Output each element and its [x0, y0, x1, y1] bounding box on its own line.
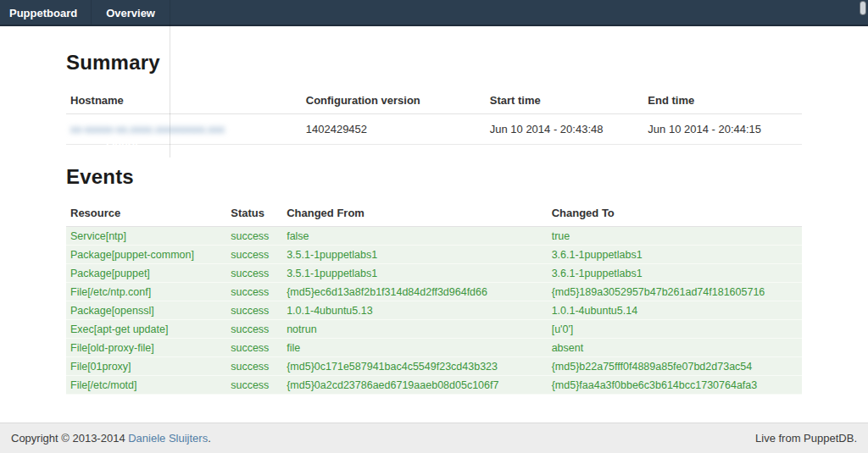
nav-item-overview[interactable]: Overview — [92, 0, 170, 26]
event-cell-changed-to: [u'0'] — [548, 320, 802, 339]
events-header-row: Resource Status Changed From Changed To — [66, 199, 802, 227]
event-cell-resource: File[old-proxy-file] — [66, 339, 226, 357]
event-cell-changed-from: {md5}ec6d13a8f2b1f314d84d2ff3d964fd66 — [282, 283, 547, 301]
event-cell-status: success — [226, 246, 282, 264]
copyright-suffix: . — [208, 432, 211, 445]
summary-row: xx-xxxxx-xx.xxxx.xxxxxxxxx.xxx 140242945… — [66, 114, 802, 145]
summary-table: Hostname Configuration version Start tim… — [66, 86, 802, 145]
navbar-items: OverviewNodesFactsReportsMetricsQuery — [92, 0, 170, 25]
event-cell-changed-to: {md5}faa4a3f0bbe6c3b614bcc1730764afa3 — [548, 376, 802, 395]
event-cell-resource: Package[puppet] — [66, 264, 226, 283]
event-cell-status: success — [226, 264, 282, 283]
event-cell-changed-from: {md5}0c171e587941bac4c5549f23cd43b323 — [282, 357, 547, 376]
main-content: Summary Hostname Configuration version S… — [66, 26, 802, 395]
event-cell-status: success — [226, 339, 282, 357]
event-cell-resource: File[/etc/motd] — [66, 376, 226, 395]
puppetdb-status-text: Live from PuppetDB. — [755, 432, 857, 445]
summary-col-config-version: Configuration version — [302, 86, 486, 114]
event-row: Package[puppet-common]success3.5.1-1pupp… — [66, 246, 802, 264]
event-cell-resource: Service[ntp] — [66, 227, 226, 246]
event-cell-changed-from: notrun — [282, 320, 547, 339]
event-cell-resource: File[/etc/ntp.conf] — [66, 283, 226, 301]
event-cell-resource: Package[puppet-common] — [66, 246, 226, 264]
event-cell-changed-from: 3.5.1-1puppetlabs1 — [282, 246, 547, 264]
page-footer: Copyright © 2013-2014 Daniele Sluijters.… — [0, 423, 868, 453]
event-cell-changed-to: 3.6.1-1puppetlabs1 — [548, 264, 802, 283]
events-col-changed-from: Changed From — [282, 199, 547, 227]
event-cell-status: success — [226, 357, 282, 376]
copyright-prefix: Copyright © 2013-2014 — [11, 432, 128, 445]
nav-item-nodes[interactable]: Nodes — [92, 26, 170, 52]
event-cell-changed-from: 3.5.1-1puppetlabs1 — [282, 264, 547, 283]
navbar-brand-puppetboard[interactable]: Puppetboard — [0, 0, 92, 25]
event-row: File[01proxy]success{md5}0c171e587941bac… — [66, 357, 802, 376]
event-row: File[old-proxy-file]successfileabsent — [66, 339, 802, 357]
puppetboard-page: Puppetboard OverviewNodesFactsReportsMet… — [0, 0, 868, 453]
events-table: Resource Status Changed From Changed To … — [66, 199, 802, 395]
events-col-status: Status — [226, 199, 282, 227]
event-cell-changed-to: {md5}b22a75fff0f4889a85fe07bd2d73ac54 — [548, 357, 802, 376]
summary-config-version-cell: 1402429452 — [302, 114, 486, 145]
event-row: File[/etc/ntp.conf]success{md5}ec6d13a8f… — [66, 283, 802, 301]
event-cell-status: success — [226, 283, 282, 301]
event-row: File[/etc/motd]success{md5}0a2cd23786aed… — [66, 376, 802, 395]
summary-col-start-time: Start time — [486, 86, 644, 114]
event-cell-resource: File[01proxy] — [66, 357, 226, 376]
copyright-text: Copyright © 2013-2014 Daniele Sluijters. — [11, 432, 211, 445]
event-cell-changed-from: file — [282, 339, 547, 357]
scrollbar-thumb[interactable] — [860, 1, 866, 15]
summary-end-time-cell: Jun 10 2014 - 20:44:15 — [643, 114, 802, 145]
event-cell-status: success — [226, 301, 282, 320]
top-navbar: Puppetboard OverviewNodesFactsReportsMet… — [0, 0, 868, 26]
event-cell-changed-from: {md5}0a2cd23786aed6719aaeb08d05c106f7 — [282, 376, 547, 395]
event-cell-resource: Exec[apt-get update] — [66, 320, 226, 339]
event-cell-status: success — [226, 320, 282, 339]
summary-heading: Summary — [66, 26, 802, 75]
event-row: Exec[apt-get update]successnotrun[u'0'] — [66, 320, 802, 339]
event-cell-changed-from: false — [282, 227, 547, 246]
event-row: Service[ntp]successfalsetrue — [66, 227, 802, 246]
events-col-resource: Resource — [66, 199, 226, 227]
event-cell-changed-to: 1.0.1-4ubuntu5.14 — [548, 301, 802, 320]
author-link[interactable]: Daniele Sluijters — [128, 432, 208, 445]
event-cell-resource: Package[openssl] — [66, 301, 226, 320]
event-cell-changed-to: absent — [548, 339, 802, 357]
event-cell-changed-to: {md5}189a3052957b47b261ad74f181605716 — [548, 283, 802, 301]
event-row: Package[puppet]success3.5.1-1puppetlabs1… — [66, 264, 802, 283]
event-row: Package[openssl]success1.0.1-4ubuntu5.13… — [66, 301, 802, 320]
event-cell-changed-to: true — [548, 227, 802, 246]
hostname-link-redacted[interactable]: xx-xxxxx-xx.xxxx.xxxxxxxxx.xxx — [70, 123, 225, 135]
summary-start-time-cell: Jun 10 2014 - 20:43:48 — [486, 114, 644, 145]
events-col-changed-to: Changed To — [548, 199, 802, 227]
events-heading: Events — [66, 145, 802, 189]
event-cell-changed-to: 3.6.1-1puppetlabs1 — [548, 246, 802, 264]
event-cell-status: success — [226, 376, 282, 395]
summary-col-end-time: End time — [643, 86, 802, 114]
event-cell-changed-from: 1.0.1-4ubuntu5.13 — [282, 301, 547, 320]
event-cell-status: success — [226, 227, 282, 246]
summary-header-row: Hostname Configuration version Start tim… — [66, 86, 802, 114]
